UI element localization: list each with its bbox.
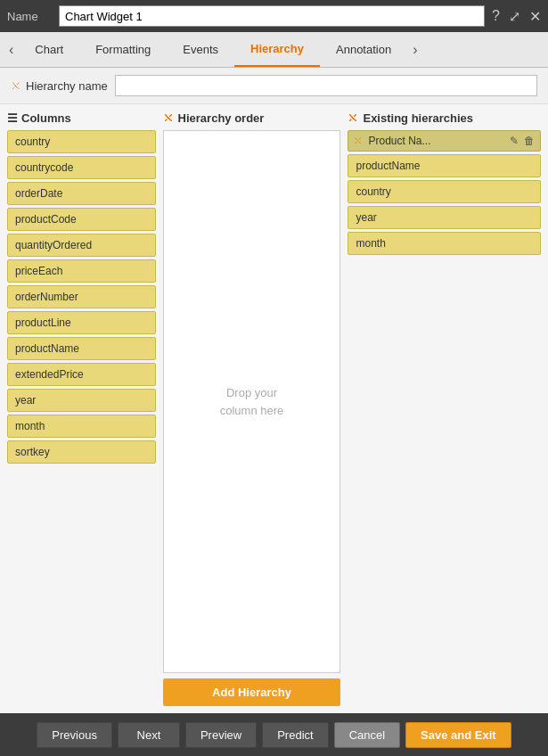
existing-hierarchy-group: ⛌ Product Na... ✎ 🗑 productNamecountryye… [348, 130, 541, 255]
delete-icon[interactable]: 🗑 [524, 135, 535, 147]
cancel-button[interactable]: Cancel [334, 722, 400, 748]
hierarchy-name-row: ⛌ Hierarchy name [0, 68, 548, 104]
name-label: Name [7, 10, 52, 23]
columns-header: ☰ Columns [7, 111, 156, 125]
tab-prev-arrow[interactable]: ‹ [4, 32, 19, 67]
drop-zone-text: Drop yourcolumn here [220, 384, 284, 419]
hierarchy-name-input[interactable] [115, 75, 537, 96]
list-item[interactable]: countrycode [7, 156, 156, 179]
existing-hierarchies-icon: ⛌ [348, 111, 359, 125]
list-item[interactable]: sortkey [7, 440, 156, 464]
add-hierarchy-button[interactable]: Add Hierarchy [163, 678, 341, 706]
columns-label: Columns [21, 111, 71, 125]
edit-icon[interactable]: ✎ [510, 135, 519, 147]
list-item[interactable]: productName [7, 337, 156, 360]
title-bar: Name ? ⤢ ✕ [0, 0, 548, 32]
tab-chart[interactable]: Chart [19, 32, 79, 67]
tab-bar: ‹ Chart Formatting Events Hierarchy Anno… [0, 32, 548, 68]
columns-panel: ☰ Columns countrycountrycodeorderDatepro… [7, 111, 156, 706]
predict-button[interactable]: Predict [262, 722, 328, 748]
hierarchy-name-icon: ⛌ [11, 79, 22, 93]
hierarchy-order-header: ⛌ Hierarchy order [163, 111, 341, 125]
move-icon[interactable]: ⤢ [509, 8, 520, 25]
columns-icon: ☰ [7, 111, 18, 125]
list-item[interactable]: priceEach [7, 259, 156, 283]
list-item[interactable]: month [7, 415, 156, 438]
tab-next-arrow[interactable]: › [407, 32, 422, 67]
list-item[interactable]: orderDate [7, 182, 156, 205]
list-item[interactable]: extendedPrice [7, 363, 156, 386]
list-item[interactable]: orderNumber [7, 285, 156, 308]
save-exit-button[interactable]: Save and Exit [405, 722, 511, 748]
next-button[interactable]: Next [118, 722, 180, 748]
list-item[interactable]: year [7, 389, 156, 412]
drop-zone[interactable]: Drop yourcolumn here [163, 130, 341, 673]
existing-hierarchies-label: Existing hierarchies [363, 111, 473, 125]
hierarchy-name-label: ⛌ Hierarchy name [11, 79, 108, 93]
main-content: ⛌ Hierarchy name ☰ Columns countrycountr… [0, 68, 548, 713]
existing-hierarchies-panel: ⛌ Existing hierarchies ⛌ Product Na... ✎… [348, 111, 541, 706]
tab-formatting[interactable]: Formatting [79, 32, 167, 67]
title-input[interactable] [59, 5, 485, 27]
existing-hierarchies-header: ⛌ Existing hierarchies [348, 111, 541, 125]
list-item[interactable]: year [348, 206, 541, 229]
preview-button[interactable]: Preview [185, 722, 257, 748]
columns-list: countrycountrycodeorderDateproductCodequ… [7, 130, 156, 464]
hierarchy-order-label: Hierarchy order [178, 111, 265, 125]
close-icon[interactable]: ✕ [529, 8, 541, 25]
list-item[interactable]: month [348, 232, 541, 255]
bottom-bar: Previous Next Preview Predict Cancel Sav… [0, 713, 548, 756]
list-item[interactable]: quantityOrdered [7, 234, 156, 257]
list-item[interactable]: country [7, 130, 156, 153]
columns-area: ☰ Columns countrycountrycodeorderDatepro… [0, 104, 548, 713]
existing-hierarchy-item-header[interactable]: ⛌ Product Na... ✎ 🗑 [348, 130, 541, 152]
existing-hierarchy-name: Product Na... [368, 135, 430, 147]
list-item[interactable]: productCode [7, 208, 156, 231]
help-icon[interactable]: ? [492, 8, 500, 25]
hierarchy-order-panel: ⛌ Hierarchy order Drop yourcolumn here A… [163, 111, 341, 706]
tab-annotation[interactable]: Annotation [320, 32, 407, 67]
tab-events[interactable]: Events [167, 32, 234, 67]
previous-button[interactable]: Previous [37, 722, 112, 748]
existing-hierarchy-icon: ⛌ [354, 135, 364, 147]
list-item[interactable]: productLine [7, 311, 156, 334]
list-item[interactable]: productName [348, 154, 541, 177]
list-item[interactable]: country [348, 180, 541, 203]
title-bar-icons: ? ⤢ ✕ [492, 8, 541, 25]
hierarchy-name-text: Hierarchy name [26, 79, 108, 93]
tab-hierarchy[interactable]: Hierarchy [234, 32, 320, 67]
hierarchy-order-icon: ⛌ [163, 111, 175, 125]
